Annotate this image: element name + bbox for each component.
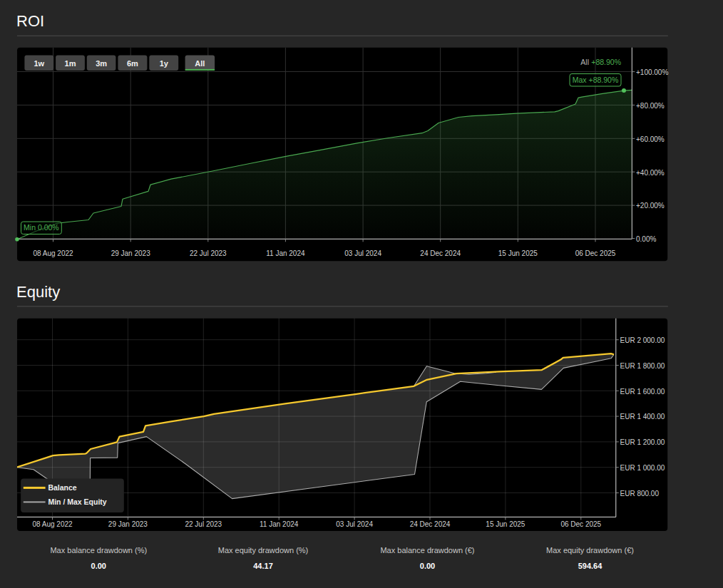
svg-text:+60.00%: +60.00% [636,135,665,143]
svg-text:EUR 1 400.00: EUR 1 400.00 [620,413,665,421]
svg-text:6m: 6m [127,59,138,68]
svg-text:08 Aug 2022: 08 Aug 2022 [33,249,73,257]
svg-text:15 Jun 2025: 15 Jun 2025 [486,520,525,528]
svg-text:+88.90%: +88.90% [591,58,621,66]
svg-text:+80.00%: +80.00% [636,102,665,110]
svg-text:+100.00%: +100.00% [636,68,668,76]
svg-text:EUR 1 600.00: EUR 1 600.00 [620,388,665,396]
svg-text:22 Jul 2023: 22 Jul 2023 [190,249,227,257]
svg-text:Max equity drawdown (€): Max equity drawdown (€) [546,546,634,555]
svg-text:EUR 800.00: EUR 800.00 [620,490,660,497]
svg-text:29 Jan 2023: 29 Jan 2023 [108,520,148,528]
svg-text:29 Jan 2023: 29 Jan 2023 [111,249,150,257]
svg-text:06 Dec 2025: 06 Dec 2025 [560,520,601,528]
svg-text:03 Jul 2024: 03 Jul 2024 [336,520,373,528]
svg-text:Max balance drawdown (€): Max balance drawdown (€) [380,546,474,555]
svg-text:03 Jul 2024: 03 Jul 2024 [344,249,381,257]
svg-text:0.00: 0.00 [420,562,435,570]
svg-text:08 Aug 2022: 08 Aug 2022 [32,520,73,528]
svg-text:3m: 3m [96,59,107,68]
svg-text:22 Jul 2023: 22 Jul 2023 [185,520,222,528]
svg-text:06 Dec 2025: 06 Dec 2025 [575,249,616,257]
svg-text:1y: 1y [160,59,169,68]
svg-text:Min 0.00%: Min 0.00% [24,223,59,232]
svg-text:1w: 1w [34,59,44,68]
svg-text:24 Dec 2024: 24 Dec 2024 [410,520,451,528]
svg-text:EUR 1 200.00: EUR 1 200.00 [620,438,665,446]
svg-text:1m: 1m [65,59,76,68]
svg-text:ROI: ROI [16,12,44,30]
svg-text:24 Dec 2024: 24 Dec 2024 [420,249,461,257]
svg-text:44.17: 44.17 [253,562,273,570]
svg-text:Equity: Equity [16,283,60,301]
svg-text:11 Jan 2024: 11 Jan 2024 [260,520,299,528]
svg-text:All: All [580,58,589,66]
svg-text:EUR 1 800.00: EUR 1 800.00 [620,362,665,370]
svg-text:11 Jan 2024: 11 Jan 2024 [266,249,305,257]
svg-text:594.64: 594.64 [578,562,603,570]
svg-text:Max balance drawdown (%): Max balance drawdown (%) [50,546,147,555]
svg-text:Min / Max Equity: Min / Max Equity [48,497,106,506]
svg-text:EUR 2 000.00: EUR 2 000.00 [620,336,665,344]
svg-text:+20.00%: +20.00% [636,202,665,210]
svg-text:0.00%: 0.00% [636,235,656,243]
svg-text:+40.00%: +40.00% [636,169,665,177]
svg-text:15 Jun 2025: 15 Jun 2025 [498,249,538,257]
svg-text:Max +88.90%: Max +88.90% [573,76,619,84]
svg-text:Max equity drawdown (%): Max equity drawdown (%) [218,546,309,555]
svg-text:EUR 1 000.00: EUR 1 000.00 [620,464,665,472]
svg-text:All: All [195,59,205,68]
svg-text:Balance: Balance [48,483,76,492]
svg-text:0.00: 0.00 [91,562,106,570]
